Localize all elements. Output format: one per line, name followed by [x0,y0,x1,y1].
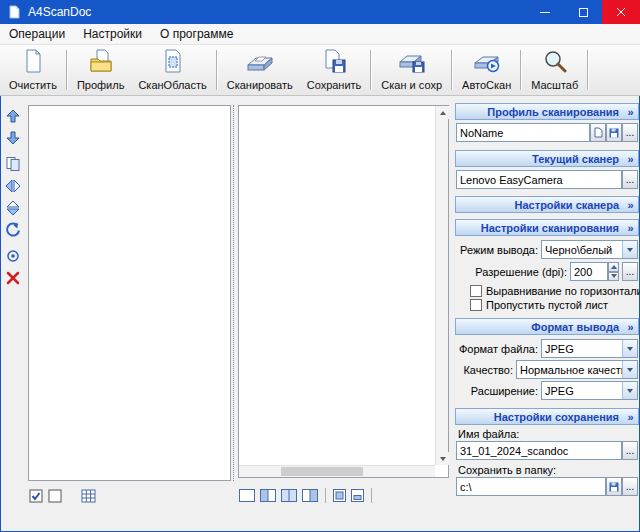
clear-page-icon [21,49,45,77]
menu-about[interactable]: О программе [151,24,242,44]
open-folder-button[interactable] [606,477,622,496]
resolution-dpi-label: Разрешение (dpi): [475,266,567,278]
section-chevron-icon[interactable]: » [623,222,638,234]
filename-input[interactable] [456,441,622,460]
toolbar-scan-and-save-button[interactable]: Скан и сохр [374,46,449,94]
profile-name-input[interactable] [456,123,590,142]
move-down-button[interactable] [4,130,22,146]
rotate-page-button[interactable] [4,222,22,238]
scroll-down-button[interactable] [436,452,449,465]
scroll-up-button[interactable] [436,106,449,119]
rotate-page-icon [5,222,21,238]
panel-splitter[interactable] [233,105,236,481]
toolbar-scanarea-button[interactable]: СканОбласть [131,46,213,94]
dropdown-arrow-icon[interactable] [622,241,637,258]
scan-preview-panel[interactable] [28,105,231,481]
dropdown-arrow-icon[interactable] [622,340,637,357]
move-down-icon [5,130,21,146]
align-horizontal-checkbox[interactable] [470,285,482,297]
delete-page-icon [5,270,21,286]
save-folder-input[interactable] [456,477,606,496]
toolbar-zoom-button[interactable]: Масштаб [524,46,585,94]
profile-more-button[interactable]: ... [622,123,638,142]
toolbar-scan-button[interactable]: Сканировать [220,46,300,94]
section-header-scan-settings[interactable]: Настройки сканирования » [455,219,639,236]
section-chevron-icon[interactable]: » [623,106,638,118]
toolbar-save-button[interactable]: Сохранить [300,46,369,94]
extension-select[interactable]: JPEG [541,381,638,400]
select-all-pages-button[interactable] [28,488,44,504]
scroll-up-icon [440,111,446,115]
titlebar[interactable]: A4ScanDoc [0,0,640,24]
toolbar-autoscan-label: АвтоСкан [462,79,511,91]
close-button[interactable] [602,0,640,24]
toolbar-save-label: Сохранить [307,79,362,91]
layout-fit-bottom-button[interactable] [350,488,365,503]
section-header-output-format[interactable]: Формат вывода » [455,318,639,335]
section-chevron-icon[interactable]: » [623,411,638,423]
layout-fit-area-button[interactable] [332,488,347,503]
file-format-label: Формат файла: [459,343,538,355]
output-mode-select[interactable]: Черно\белый [541,240,638,259]
minimize-button[interactable] [526,0,564,24]
dpi-more-button[interactable]: ... [622,262,638,281]
load-profile-button[interactable] [590,123,606,142]
fit-area-icon [333,489,346,502]
center-target-icon [5,248,21,264]
layout-single-page-button[interactable] [238,488,256,503]
toolbar-scan-and-save-label: Скан и сохр [381,79,442,91]
toolbar-separator [451,50,453,90]
scan-settings-section-title: Настройки сканирования [481,222,619,234]
toolbar-clear-button[interactable]: Очистить [2,46,64,94]
spinner-down-button[interactable] [608,272,619,282]
folder-browse-button[interactable]: ... [622,477,638,496]
horizontal-scrollbar[interactable] [239,465,435,477]
horizontal-scroll-thumb[interactable] [281,467,363,476]
center-target-button[interactable] [4,248,22,264]
app-icon [7,5,21,19]
section-header-scan-profile[interactable]: Профиль сканирования » [455,103,639,120]
mirror-vertical-button[interactable] [4,200,22,216]
copy-page-icon [5,156,21,172]
layout-right-half-button[interactable] [301,488,319,503]
spinner-up-button[interactable] [608,262,619,272]
settings-sidebar: Профиль сканирования » ... Текущий скане… [455,99,639,532]
toolbar-separator [216,50,218,90]
deselect-pages-button[interactable] [47,488,63,504]
toolbar-profile-button[interactable]: Профиль [70,46,132,94]
resolution-dpi-input[interactable] [570,262,608,281]
skip-blank-page-checkbox[interactable] [470,299,482,311]
section-chevron-icon[interactable]: » [623,199,638,211]
left-half-page-icon [260,489,276,502]
pages-list-panel[interactable] [238,105,449,478]
move-up-button[interactable] [4,108,22,124]
filename-more-button[interactable]: ... [622,441,638,460]
layout-two-pages-button[interactable] [280,488,298,503]
delete-page-button[interactable] [4,270,22,286]
thumbnail-grid-button[interactable] [80,488,97,504]
copy-page-button[interactable] [4,156,22,172]
file-format-select[interactable]: JPEG [541,339,638,358]
quality-value: Нормальное качество [517,364,622,376]
maximize-button[interactable] [564,0,602,24]
menu-operations[interactable]: Операции [0,24,74,44]
mirror-horizontal-button[interactable] [4,178,22,194]
dropdown-arrow-icon[interactable] [622,382,637,399]
layout-left-half-button[interactable] [259,488,277,503]
dropdown-arrow-icon[interactable] [622,361,637,378]
toolbar-scanarea-label: СканОбласть [138,79,206,91]
filename-label: Имя файла: [458,428,519,440]
save-profile-button[interactable] [606,123,622,142]
select-scanner-button[interactable]: ... [622,170,638,189]
section-chevron-icon[interactable]: » [623,153,638,165]
quality-select[interactable]: Нормальное качество [516,360,638,379]
section-chevron-icon[interactable]: » [623,321,638,333]
current-scanner-input[interactable] [456,170,622,189]
toolbar-autoscan-button[interactable]: АвтоСкан [455,46,518,94]
section-header-current-scanner[interactable]: Текущий сканер » [455,150,639,167]
section-header-save-settings[interactable]: Настройки сохранения » [455,408,639,425]
vertical-scrollbar[interactable] [435,106,448,465]
section-header-scanner-settings[interactable]: Настройки сканера » [455,196,639,213]
spinner-up-icon [611,265,617,269]
menu-settings[interactable]: Настройки [74,24,151,44]
